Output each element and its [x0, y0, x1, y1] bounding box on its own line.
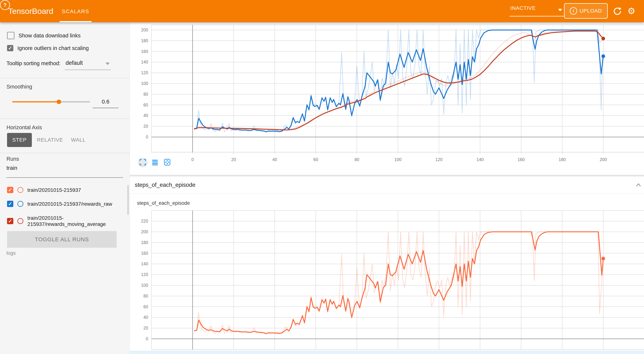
app-toolbar: TensorBoard SCALARS INACTIVE i UPLOAD ⚙ …	[0, 0, 644, 22]
y-tick-label: 200	[141, 28, 148, 32]
y-tick-label: 140	[141, 262, 148, 266]
y-tick-label: 160	[141, 251, 148, 256]
show-download-links-label: Show data download links	[18, 32, 80, 39]
tooltip-sorting-value: default	[66, 60, 83, 66]
divider	[0, 118, 130, 119]
axis-button-relative[interactable]: RELATIVE	[35, 133, 65, 147]
chevron-down-icon	[558, 9, 562, 11]
expand-icon	[140, 159, 146, 166]
endpoint-dot	[602, 54, 605, 58]
horizontal-axis-label: Horizontal Axis	[6, 124, 42, 130]
y-tick-label: 60	[143, 102, 148, 108]
y-tick-label: 200	[141, 230, 148, 234]
status-dropdown[interactable]: INACTIVE	[510, 0, 566, 22]
run-row[interactable]: ✓ train/20201015-215937/rewards_moving_a…	[7, 214, 116, 228]
tag-section-title: steps_of_each_episode	[135, 176, 195, 193]
status-underline	[510, 16, 566, 16]
series-line	[194, 232, 603, 334]
run-checkbox-icon[interactable]: ✓	[7, 187, 13, 193]
y-tick-label: 120	[141, 70, 148, 75]
run-color-swatch-icon	[18, 187, 23, 193]
series-line	[194, 232, 603, 334]
axis-button-wall[interactable]: WALL	[68, 133, 88, 147]
show-download-links-row[interactable]: Show data download links	[7, 32, 80, 39]
app-title: TensorBoard	[8, 0, 53, 22]
y-tick-label: 160	[141, 49, 148, 54]
status-dropdown-value: INACTIVE	[510, 5, 536, 11]
logdir-label: logs	[6, 250, 16, 256]
x-tick-label: 80	[354, 157, 359, 162]
help-icon: ?	[3, 2, 6, 8]
toggle-all-runs-button[interactable]: TOGGLE ALL RUNS	[7, 231, 117, 248]
y-tick-label: 80	[143, 294, 148, 298]
section-gap	[130, 175, 644, 176]
tooltip-sorting-label: Tooltip sorting method:	[6, 60, 60, 66]
runs-label: Runs	[6, 156, 19, 162]
tooltip-sorting-select[interactable]: default	[65, 59, 111, 69]
series-line	[194, 30, 603, 130]
run-name: train/20201015-215937/rewards_raw	[28, 201, 112, 207]
y-tick-label: 40	[143, 315, 148, 320]
ignore-outliers-row[interactable]: ✓ Ignore outliers in chart scaling	[7, 44, 89, 52]
x-tick-label: 60	[314, 157, 318, 162]
smoothing-slider-fill	[12, 101, 59, 102]
chevron-down-icon	[106, 62, 110, 65]
settings-sidebar: Show data download links ✓ Ignore outlie…	[0, 22, 130, 354]
run-row[interactable]: ✓ train/20201015-215937/rewards_raw	[7, 200, 112, 208]
runs-filter-input[interactable]: train	[6, 165, 123, 173]
x-tick-label: 200	[600, 157, 607, 162]
run-name: train/20201015-215937/rewards_moving_ave…	[28, 215, 116, 227]
y-tick-label: 40	[143, 113, 148, 118]
tensorboard-app: 0204060801001201401601802000204060801001…	[0, 0, 644, 354]
smoothing-value-input[interactable]: 0.6	[92, 98, 118, 105]
expand-chart-button[interactable]	[138, 158, 148, 167]
tab-active-underline	[60, 21, 92, 22]
y-tick-label: 100	[141, 81, 148, 86]
endpoint-dot	[602, 37, 605, 40]
smoothing-label: Smoothing	[6, 84, 32, 90]
y-tick-label: 100	[141, 283, 148, 288]
y-tick-label: 120	[141, 272, 148, 277]
checkbox-unchecked-icon[interactable]	[7, 32, 14, 39]
run-color-swatch-icon	[18, 201, 23, 207]
x-tick-label: 140	[476, 157, 484, 162]
chart-toolbar	[138, 158, 172, 168]
fit-domain-button[interactable]	[162, 158, 172, 167]
chart-card-title: steps_of_each_episode	[137, 200, 190, 206]
collapse-section-button[interactable]	[635, 181, 642, 189]
tab-scalars[interactable]: SCALARS	[60, 0, 92, 22]
log-scale-icon	[152, 159, 158, 166]
run-checkbox-icon[interactable]: ✓	[7, 218, 13, 224]
tag-section-header[interactable]: steps_of_each_episode	[130, 176, 644, 194]
run-checkbox-icon[interactable]: ✓	[7, 201, 13, 207]
y-tick-label: 20	[143, 124, 148, 129]
y-tick-label: 220	[141, 219, 148, 224]
runs-filter-underline	[6, 177, 123, 178]
smoothing-slider-track[interactable]	[12, 101, 90, 102]
x-tick-label: 100	[394, 157, 402, 162]
upload-button[interactable]: i UPLOAD	[564, 3, 608, 19]
settings-button[interactable]: ⚙	[626, 6, 636, 16]
endpoint-dot	[602, 257, 605, 260]
chart-bottom: 020406080100120140160180200220	[141, 210, 644, 350]
runs-scrollbar-thumb[interactable]	[128, 185, 129, 215]
x-tick-label: 180	[559, 157, 566, 162]
smoothing-slider-handle[interactable]	[57, 100, 61, 104]
chevron-up-icon	[635, 186, 642, 189]
run-row[interactable]: ✓ train/20201015-215937	[7, 186, 81, 194]
upload-button-label: UPLOAD	[580, 8, 602, 14]
y-tick-label: 0	[146, 336, 148, 341]
run-name: train/20201015-215937	[28, 187, 81, 193]
series-line	[194, 30, 603, 133]
y-tick-label: 180	[141, 38, 148, 43]
axis-button-step[interactable]: STEP	[7, 133, 32, 147]
select-underline	[65, 70, 111, 70]
log-scale-button[interactable]	[150, 158, 160, 167]
divider	[0, 153, 130, 153]
y-tick-label: 0	[146, 134, 148, 140]
y-tick-label: 60	[143, 304, 148, 309]
refresh-button[interactable]	[612, 6, 622, 16]
checkbox-checked-icon[interactable]: ✓	[7, 45, 13, 51]
chart-top: 0204060801001201401601802000204060801001…	[141, 25, 644, 162]
x-tick-label: 40	[272, 157, 277, 162]
